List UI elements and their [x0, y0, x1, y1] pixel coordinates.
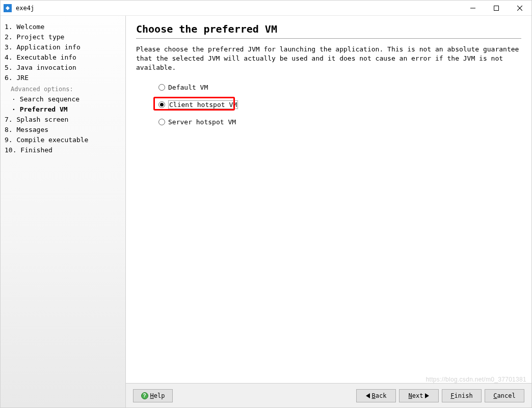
finish-button[interactable]: Finish [442, 389, 482, 402]
step-executable-info[interactable]: 4. Executable info [4, 52, 125, 63]
titlebar: exe4j [1, 1, 531, 16]
app-window: exe4j 1. Welcome 2. Project type 3. Appl… [0, 0, 532, 408]
next-button[interactable]: Next [399, 389, 439, 402]
main: Choose the preferred VM Please choose th… [126, 16, 531, 407]
button-label: Next [409, 392, 423, 399]
page-title: Choose the preferred VM [136, 23, 521, 35]
minimize-button[interactable] [461, 1, 485, 16]
wizard-steps: 1. Welcome 2. Project type 3. Applicatio… [4, 22, 125, 155]
step-splash-screen[interactable]: 7. Splash screen [4, 115, 125, 125]
vm-radio-group: Default VM Client hotspot VM Server hots… [136, 84, 521, 126]
help-button[interactable]: ? Help [133, 389, 173, 402]
step-preferred-vm[interactable]: Preferred VM [4, 104, 125, 115]
image-watermark: https://blog.csdn.net/m0_37701381 [426, 376, 526, 383]
step-finished[interactable]: 10. Finished [4, 145, 125, 155]
radio-icon [158, 119, 165, 125]
radio-label: Server hotspot VM [168, 118, 236, 126]
titlebar-left: exe4j [4, 4, 34, 12]
svg-rect-1 [494, 6, 499, 11]
step-java-invocation[interactable]: 5. Java invocation [4, 63, 125, 73]
window-title: exe4j [16, 5, 34, 12]
heading-separator [136, 38, 521, 39]
advanced-options-header: Advanced options: [4, 83, 125, 94]
step-welcome[interactable]: 1. Welcome [4, 22, 125, 32]
page-description: Please choose the preferred JVM for laun… [136, 45, 521, 72]
step-compile-executable[interactable]: 9. Compile executable [4, 135, 125, 145]
sidebar: 1. Welcome 2. Project type 3. Applicatio… [1, 16, 126, 407]
titlebar-buttons [461, 1, 531, 15]
button-label: Back [372, 392, 387, 399]
chevron-left-icon [366, 393, 370, 398]
step-project-type[interactable]: 2. Project type [4, 32, 125, 42]
back-button[interactable]: Back [356, 389, 396, 402]
radio-default-vm[interactable]: Default VM [158, 84, 521, 91]
maximize-button[interactable] [485, 1, 508, 16]
content: Choose the preferred VM Please choose th… [126, 16, 531, 383]
button-label: Cancel [493, 392, 515, 399]
step-messages[interactable]: 8. Messages [4, 125, 125, 135]
app-icon [4, 4, 12, 12]
radio-icon [158, 84, 165, 91]
radio-icon [158, 101, 165, 108]
button-label: Help [150, 392, 165, 399]
chevron-right-icon [425, 393, 429, 398]
radio-client-hotspot-vm[interactable]: Client hotspot VM [158, 100, 521, 109]
body: 1. Welcome 2. Project type 3. Applicatio… [1, 16, 531, 407]
button-label: Finish [450, 392, 472, 399]
bottombar: ? Help Back Next Finish Cancel [126, 383, 531, 407]
step-jre[interactable]: 6. JRE [4, 73, 125, 83]
close-button[interactable] [508, 1, 531, 16]
radio-label: Client hotspot VM [168, 100, 238, 109]
step-search-sequence[interactable]: Search sequence [4, 94, 125, 104]
step-application-info[interactable]: 3. Application info [4, 42, 125, 52]
radio-server-hotspot-vm[interactable]: Server hotspot VM [158, 118, 521, 126]
help-icon: ? [141, 392, 148, 399]
radio-label: Default VM [168, 84, 208, 91]
cancel-button[interactable]: Cancel [485, 389, 524, 402]
